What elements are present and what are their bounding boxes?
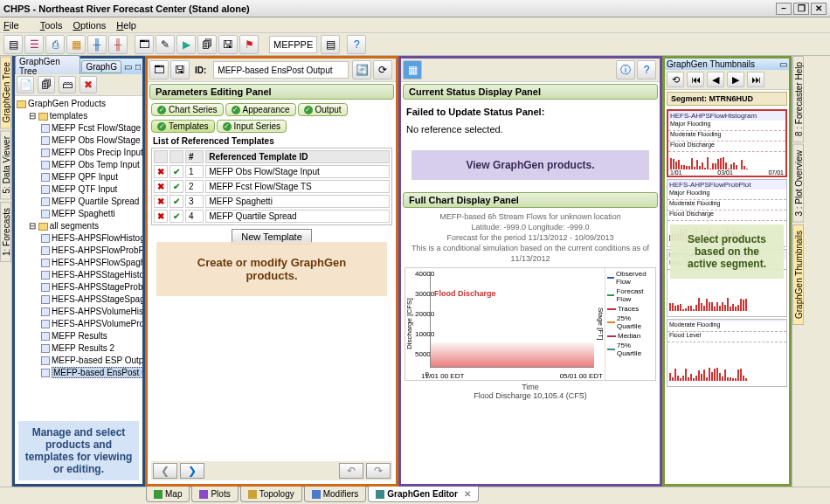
thumbnail-card[interactable]: HEFS-AHPSFlowHistogramMajor FloodingMode… <box>667 109 787 177</box>
panel-close-icon[interactable]: □ <box>134 62 142 72</box>
tree-item[interactable]: HEFS-AHPSFlowProbPlo <box>17 245 141 257</box>
thumbs-dock-icon[interactable]: ▭ <box>779 59 787 69</box>
sidetab-graphgen-tree[interactable]: GraphGen Tree <box>0 56 11 128</box>
thumbs-first-icon[interactable]: ⏮ <box>687 72 704 87</box>
tree-item[interactable]: MEFP-based ESP Outpu <box>17 355 141 367</box>
confirm-icon[interactable]: ✔ <box>173 211 180 221</box>
thumbs-prev-icon[interactable]: ◀ <box>707 72 724 87</box>
toolbar-btn-9[interactable]: ▶ <box>176 35 196 54</box>
toolbar-btn-8[interactable]: ✎ <box>156 35 175 54</box>
tree-item[interactable]: MEFP Results 2 <box>17 342 141 355</box>
display-tool-1[interactable]: ▦ <box>403 60 422 79</box>
editor-tool-3[interactable]: 🔄 <box>352 60 371 79</box>
display-help-icon[interactable]: ? <box>637 60 656 79</box>
menu-options[interactable]: Options <box>73 20 106 31</box>
minimize-button[interactable]: – <box>776 3 792 15</box>
undo-button[interactable]: ↶ <box>339 463 363 479</box>
close-button[interactable]: ✕ <box>811 3 827 15</box>
menu-tools[interactable]: Tools <box>40 20 63 31</box>
toolbar-btn-7[interactable]: 🗔 <box>135 35 154 54</box>
confirm-icon[interactable]: ✔ <box>173 197 180 206</box>
tree-item[interactable]: HEFS-AHPSStageProbPlo <box>17 281 141 293</box>
tree-item-selected[interactable]: MEFP-based EnsPost O <box>17 367 141 379</box>
tree-root[interactable]: GraphGen Products <box>17 98 141 110</box>
toolbar-btn-3[interactable]: ⎙ <box>45 35 65 54</box>
menu-help[interactable]: Help <box>116 20 136 31</box>
menu-file[interactable]: File <box>3 20 30 31</box>
tree-item[interactable]: HEFS-AHPSVolumeHisto <box>17 306 141 318</box>
delete-icon[interactable]: ✖ <box>157 182 164 191</box>
redo-button[interactable]: ↷ <box>366 463 391 479</box>
toolbar-btn-5[interactable]: ╫ <box>87 35 107 54</box>
nav-back-button[interactable]: ❮ <box>153 463 177 479</box>
toolbar-combo[interactable]: MEFPPE <box>269 36 317 53</box>
thumbnail-card[interactable]: Moderate FloodingFlood Level <box>667 319 787 387</box>
toolbar-btn-11[interactable]: 🖫 <box>218 35 238 54</box>
table-row[interactable]: ✖✔1MEFP Obs Flow/Stage Input <box>154 165 390 178</box>
toolbar-btn-4[interactable]: ▦ <box>66 35 86 54</box>
editor-tool-1[interactable]: 🗔 <box>149 60 169 79</box>
tree-item[interactable]: HEFS-AHPSFlowHistogra <box>17 232 141 245</box>
tab-templates[interactable]: ✓Templates <box>151 120 215 133</box>
tab-appearance[interactable]: ✓Appearance <box>225 103 296 116</box>
toolbar-btn-1[interactable]: ▤ <box>3 35 23 54</box>
tab-output[interactable]: ✓Output <box>298 103 348 116</box>
sidetab-forecaster-help[interactable]: 8 : Forecaster Help <box>792 56 804 142</box>
tree-item[interactable]: MEFP QPF Input <box>17 171 141 183</box>
tree-item[interactable]: HEFS-AHPSStageSpaghe <box>17 293 141 306</box>
thumbs-home-icon[interactable]: ⟲ <box>667 72 684 87</box>
sidetab-plot-overview[interactable]: 3 : Plot Overview <box>792 144 804 223</box>
toolbar-btn-12[interactable]: ▤ <box>321 35 340 54</box>
table-row[interactable]: ✖✔4MEFP Quartile Spread <box>154 210 390 223</box>
tree-tool-4[interactable]: ✖ <box>80 76 97 93</box>
tab-graphg[interactable]: GraphG <box>81 60 121 73</box>
delete-icon[interactable]: ✖ <box>157 211 164 221</box>
sidetab-graphgen-thumbnails[interactable]: GraphGen Thumbnails <box>792 224 804 325</box>
tree-item[interactable]: MEFP Fcst Flow/Stage TS <box>17 122 141 135</box>
thumbs-last-icon[interactable]: ⏭ <box>747 72 764 87</box>
tab-input-series[interactable]: ✓Input Series <box>217 120 287 133</box>
bottom-tab-map[interactable]: Map <box>146 487 190 502</box>
sidetab-forecasts[interactable]: 1: Forecasts <box>0 202 11 262</box>
toolbar-btn-flag[interactable]: ⚑ <box>239 35 259 54</box>
confirm-icon[interactable]: ✔ <box>173 167 180 176</box>
tree-folder-segments[interactable]: ⊟ all segments <box>17 220 141 232</box>
tab-chart-series[interactable]: ✓Chart Series <box>151 103 224 116</box>
tree-folder-templates[interactable]: ⊟ templates <box>17 110 141 122</box>
bottom-tab-plots[interactable]: Plots <box>191 487 238 502</box>
confirm-icon[interactable]: ✔ <box>173 182 180 191</box>
tree-item[interactable]: MEFP QTF Input <box>17 183 141 196</box>
table-row[interactable]: ✖✔3MEFP Spaghetti <box>154 195 390 208</box>
close-icon[interactable]: ✕ <box>464 489 471 499</box>
editor-tool-2[interactable]: 🖫 <box>170 60 190 79</box>
tree-item[interactable]: MEFP Obs Temp Input <box>17 159 141 171</box>
display-info-icon[interactable]: ⓘ <box>616 60 635 79</box>
tree-item[interactable]: MEFP Obs Flow/Stage In <box>17 135 141 147</box>
tree-item[interactable]: HEFS-AHPSStageHistogr <box>17 269 141 281</box>
editor-tool-4[interactable]: ⟳ <box>373 60 392 79</box>
maximize-button[interactable]: ❐ <box>793 3 809 15</box>
toolbar-btn-2[interactable]: ☰ <box>24 35 44 54</box>
tree-item[interactable]: MEFP Results <box>17 330 141 342</box>
bottom-tab-modifiers[interactable]: Modifiers <box>304 487 367 502</box>
table-row[interactable]: ✖✔2MEFP Fcst Flow/Stage TS <box>154 180 390 193</box>
toolbar-help-icon[interactable]: ? <box>347 35 366 54</box>
tree-item[interactable]: HEFS-AHPSVolumeProb <box>17 318 141 330</box>
tree-item[interactable]: HEFS-AHPSFlowSpaghet <box>17 257 141 269</box>
tree-item[interactable]: MEFP Quartile Spread <box>17 196 141 208</box>
tree-tool-2[interactable]: 🗐 <box>38 76 55 93</box>
toolbar-btn-10[interactable]: 🗐 <box>197 35 217 54</box>
tree-item[interactable]: MEFP Obs Precip Input <box>17 147 141 159</box>
id-field[interactable]: MEFP-based EnsPost Output <box>213 61 349 79</box>
bottom-tab-graphgen-editor[interactable]: GraphGen Editor✕ <box>368 487 479 502</box>
panel-minimize-icon[interactable]: ▭ <box>122 62 134 72</box>
tree-item[interactable]: MEFP Spaghetti <box>17 208 141 220</box>
toolbar-btn-6[interactable]: ╫ <box>108 35 128 54</box>
bottom-tab-topology[interactable]: Topology <box>240 487 302 502</box>
delete-icon[interactable]: ✖ <box>157 167 164 176</box>
thumbs-next-icon[interactable]: ▶ <box>727 72 744 87</box>
delete-icon[interactable]: ✖ <box>157 197 164 206</box>
tree-tool-3[interactable]: 🗃 <box>59 76 76 93</box>
nav-fwd-button[interactable]: ❯ <box>180 463 204 479</box>
sidetab-data-viewer[interactable]: 5: Data Viewer <box>0 130 11 199</box>
